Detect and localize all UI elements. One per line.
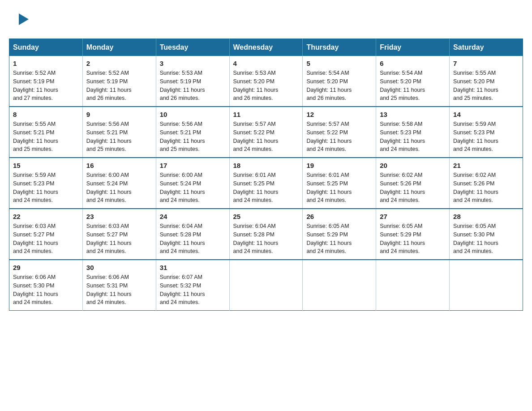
- day-number: 24: [160, 213, 226, 220]
- calendar-cell: 6 Sunrise: 5:54 AM Sunset: 5:20 PM Dayli…: [376, 56, 450, 107]
- calendar-body: 1 Sunrise: 5:52 AM Sunset: 5:19 PM Dayli…: [9, 56, 523, 311]
- calendar-week-row: 1 Sunrise: 5:52 AM Sunset: 5:19 PM Dayli…: [9, 56, 523, 107]
- day-number: 28: [453, 213, 519, 220]
- calendar-cell: 25 Sunrise: 6:04 AM Sunset: 5:28 PM Dayl…: [229, 209, 303, 260]
- day-number: 20: [380, 162, 446, 169]
- day-number: 5: [306, 60, 372, 67]
- day-info: Sunrise: 5:56 AM Sunset: 5:21 PM Dayligh…: [86, 120, 152, 154]
- day-info: Sunrise: 6:01 AM Sunset: 5:25 PM Dayligh…: [233, 171, 299, 205]
- calendar-cell: 22 Sunrise: 6:03 AM Sunset: 5:27 PM Dayl…: [9, 209, 83, 260]
- day-info: Sunrise: 5:53 AM Sunset: 5:19 PM Dayligh…: [160, 69, 226, 103]
- calendar-cell: 24 Sunrise: 6:04 AM Sunset: 5:28 PM Dayl…: [156, 209, 229, 260]
- day-info: Sunrise: 6:02 AM Sunset: 5:26 PM Dayligh…: [453, 171, 519, 205]
- calendar-cell: [303, 260, 376, 311]
- day-number: 25: [233, 213, 299, 220]
- day-number: 2: [86, 60, 152, 67]
- day-number: 15: [13, 162, 79, 169]
- day-number: 22: [13, 213, 79, 220]
- day-number: 4: [233, 60, 299, 67]
- day-info: Sunrise: 5:59 AM Sunset: 5:23 PM Dayligh…: [453, 120, 519, 154]
- calendar-week-row: 15 Sunrise: 5:59 AM Sunset: 5:23 PM Dayl…: [9, 158, 523, 209]
- calendar-cell: 1 Sunrise: 5:52 AM Sunset: 5:19 PM Dayli…: [9, 56, 83, 107]
- calendar-cell: 10 Sunrise: 5:56 AM Sunset: 5:21 PM Dayl…: [156, 107, 229, 158]
- day-info: Sunrise: 5:56 AM Sunset: 5:21 PM Dayligh…: [160, 120, 226, 154]
- day-info: Sunrise: 5:58 AM Sunset: 5:23 PM Dayligh…: [380, 120, 446, 154]
- calendar-week-row: 8 Sunrise: 5:55 AM Sunset: 5:21 PM Dayli…: [9, 107, 523, 158]
- calendar-cell: 15 Sunrise: 5:59 AM Sunset: 5:23 PM Dayl…: [9, 158, 83, 209]
- day-of-week-header-sunday: Sunday: [9, 39, 83, 56]
- day-info: Sunrise: 6:05 AM Sunset: 5:29 PM Dayligh…: [306, 222, 372, 256]
- calendar-cell: 5 Sunrise: 5:54 AM Sunset: 5:20 PM Dayli…: [303, 56, 376, 107]
- day-info: Sunrise: 6:06 AM Sunset: 5:31 PM Dayligh…: [86, 273, 152, 307]
- calendar-cell: 30 Sunrise: 6:06 AM Sunset: 5:31 PM Dayl…: [82, 260, 156, 311]
- day-number: 16: [86, 162, 152, 169]
- day-of-week-header-monday: Monday: [82, 39, 156, 56]
- calendar-cell: 3 Sunrise: 5:53 AM Sunset: 5:19 PM Dayli…: [156, 56, 229, 107]
- day-of-week-header-saturday: Saturday: [450, 39, 523, 56]
- calendar-cell: 4 Sunrise: 5:53 AM Sunset: 5:20 PM Dayli…: [229, 56, 303, 107]
- day-number: 8: [13, 111, 79, 118]
- day-info: Sunrise: 6:04 AM Sunset: 5:28 PM Dayligh…: [233, 222, 299, 256]
- day-number: 1: [13, 60, 79, 67]
- calendar-cell: 2 Sunrise: 5:52 AM Sunset: 5:19 PM Dayli…: [82, 56, 156, 107]
- day-number: 29: [13, 264, 79, 271]
- day-info: Sunrise: 6:03 AM Sunset: 5:27 PM Dayligh…: [86, 222, 152, 256]
- day-of-week-header-wednesday: Wednesday: [229, 39, 303, 56]
- day-info: Sunrise: 6:00 AM Sunset: 5:24 PM Dayligh…: [86, 171, 152, 205]
- day-of-week-header-thursday: Thursday: [303, 39, 376, 56]
- calendar-cell: 19 Sunrise: 6:01 AM Sunset: 5:25 PM Dayl…: [303, 158, 376, 209]
- day-info: Sunrise: 5:57 AM Sunset: 5:22 PM Dayligh…: [233, 120, 299, 154]
- calendar-cell: 28 Sunrise: 6:05 AM Sunset: 5:30 PM Dayl…: [450, 209, 523, 260]
- day-info: Sunrise: 5:55 AM Sunset: 5:20 PM Dayligh…: [453, 69, 519, 103]
- logo: [18, 13, 29, 25]
- calendar-cell: 26 Sunrise: 6:05 AM Sunset: 5:29 PM Dayl…: [303, 209, 376, 260]
- day-number: 7: [453, 60, 519, 67]
- day-info: Sunrise: 6:05 AM Sunset: 5:29 PM Dayligh…: [380, 222, 446, 256]
- day-number: 31: [160, 264, 226, 271]
- day-info: Sunrise: 6:01 AM Sunset: 5:25 PM Dayligh…: [306, 171, 372, 205]
- day-info: Sunrise: 5:57 AM Sunset: 5:22 PM Dayligh…: [306, 120, 372, 154]
- day-number: 13: [380, 111, 446, 118]
- calendar-cell: 8 Sunrise: 5:55 AM Sunset: 5:21 PM Dayli…: [9, 107, 83, 158]
- day-info: Sunrise: 5:53 AM Sunset: 5:20 PM Dayligh…: [233, 69, 299, 103]
- day-number: 11: [233, 111, 299, 118]
- day-info: Sunrise: 5:52 AM Sunset: 5:19 PM Dayligh…: [86, 69, 152, 103]
- day-number: 21: [453, 162, 519, 169]
- calendar-table: SundayMondayTuesdayWednesdayThursdayFrid…: [9, 39, 523, 311]
- day-number: 3: [160, 60, 226, 67]
- calendar-cell: 16 Sunrise: 6:00 AM Sunset: 5:24 PM Dayl…: [82, 158, 156, 209]
- calendar-week-row: 29 Sunrise: 6:06 AM Sunset: 5:30 PM Dayl…: [9, 260, 523, 311]
- calendar-week-row: 22 Sunrise: 6:03 AM Sunset: 5:27 PM Dayl…: [9, 209, 523, 260]
- day-info: Sunrise: 5:55 AM Sunset: 5:21 PM Dayligh…: [13, 120, 79, 154]
- day-number: 30: [86, 264, 152, 271]
- day-number: 14: [453, 111, 519, 118]
- day-info: Sunrise: 5:52 AM Sunset: 5:19 PM Dayligh…: [13, 69, 79, 103]
- day-info: Sunrise: 6:05 AM Sunset: 5:30 PM Dayligh…: [453, 222, 519, 256]
- calendar-cell: 12 Sunrise: 5:57 AM Sunset: 5:22 PM Dayl…: [303, 107, 376, 158]
- day-number: 26: [306, 213, 372, 220]
- day-number: 17: [160, 162, 226, 169]
- calendar-cell: 14 Sunrise: 5:59 AM Sunset: 5:23 PM Dayl…: [450, 107, 523, 158]
- calendar-cell: 21 Sunrise: 6:02 AM Sunset: 5:26 PM Dayl…: [450, 158, 523, 209]
- calendar-cell: 27 Sunrise: 6:05 AM Sunset: 5:29 PM Dayl…: [376, 209, 450, 260]
- day-number: 10: [160, 111, 226, 118]
- calendar-cell: [376, 260, 450, 311]
- calendar-header: SundayMondayTuesdayWednesdayThursdayFrid…: [9, 39, 523, 56]
- calendar-cell: 23 Sunrise: 6:03 AM Sunset: 5:27 PM Dayl…: [82, 209, 156, 260]
- svg-marker-0: [19, 13, 29, 25]
- day-number: 18: [233, 162, 299, 169]
- day-of-week-header-tuesday: Tuesday: [156, 39, 229, 56]
- day-info: Sunrise: 5:54 AM Sunset: 5:20 PM Dayligh…: [306, 69, 372, 103]
- day-info: Sunrise: 6:00 AM Sunset: 5:24 PM Dayligh…: [160, 171, 226, 205]
- day-info: Sunrise: 6:06 AM Sunset: 5:30 PM Dayligh…: [13, 273, 79, 307]
- day-info: Sunrise: 5:54 AM Sunset: 5:20 PM Dayligh…: [380, 69, 446, 103]
- calendar-cell: 20 Sunrise: 6:02 AM Sunset: 5:26 PM Dayl…: [376, 158, 450, 209]
- day-info: Sunrise: 6:04 AM Sunset: 5:28 PM Dayligh…: [160, 222, 226, 256]
- day-number: 27: [380, 213, 446, 220]
- day-number: 23: [86, 213, 152, 220]
- logo-arrow-icon: [19, 13, 29, 27]
- calendar-cell: 29 Sunrise: 6:06 AM Sunset: 5:30 PM Dayl…: [9, 260, 83, 311]
- day-number: 12: [306, 111, 372, 118]
- calendar-cell: 11 Sunrise: 5:57 AM Sunset: 5:22 PM Dayl…: [229, 107, 303, 158]
- day-info: Sunrise: 5:59 AM Sunset: 5:23 PM Dayligh…: [13, 171, 79, 205]
